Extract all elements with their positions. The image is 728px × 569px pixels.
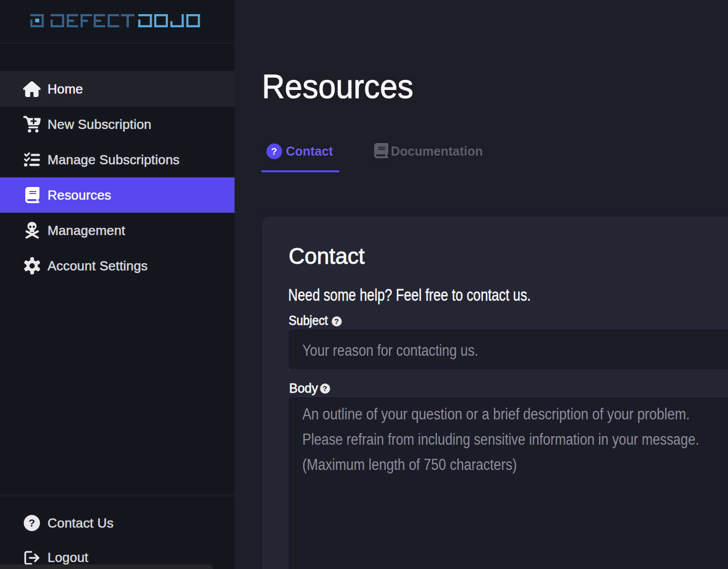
svg-text:?: ? [29,517,35,529]
